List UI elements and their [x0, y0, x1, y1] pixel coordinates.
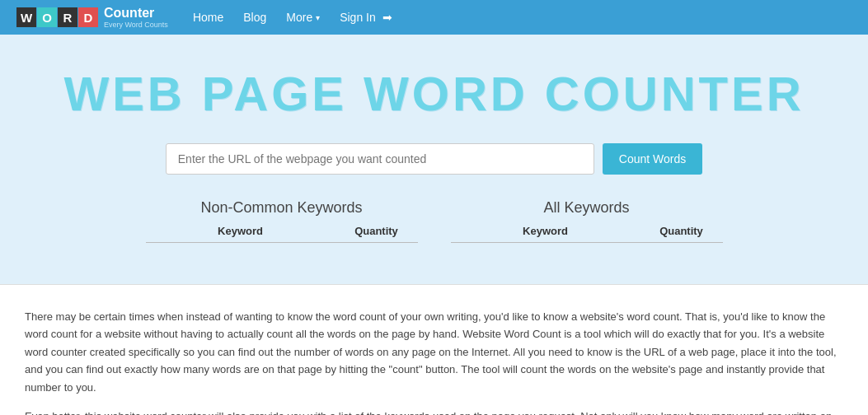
table-divider — [418, 199, 451, 243]
nav-blog[interactable]: Blog — [243, 11, 266, 24]
url-input[interactable] — [166, 143, 594, 175]
all-keywords-cols: Keyword Quantity — [451, 225, 723, 243]
non-common-heading: Non-Common Keywords — [146, 199, 418, 217]
all-keywords-col-keyword: Keyword — [451, 225, 640, 237]
logo: W O R D Counter Every Word Counts — [16, 6, 168, 29]
keyword-tables: Non-Common Keywords Keyword Quantity All… — [16, 199, 852, 259]
count-words-button[interactable]: Count Words — [603, 143, 702, 175]
url-bar: Count Words — [16, 143, 852, 175]
logo-letter-r: R — [58, 7, 77, 27]
logo-text: Counter Every Word Counts — [104, 6, 168, 29]
description-para2: Even better, this website word counter w… — [25, 408, 843, 415]
blog-link[interactable]: Blog — [243, 11, 266, 24]
all-keywords-col-quantity: Quantity — [640, 225, 723, 237]
hero-section: WEB PAGE WORD COUNTER Count Words Non-Co… — [0, 35, 868, 284]
home-link[interactable]: Home — [193, 11, 223, 24]
brand-tagline: Every Word Counts — [104, 21, 168, 29]
logo-letter-o: O — [37, 7, 57, 27]
all-keywords-table: All Keywords Keyword Quantity — [451, 199, 723, 243]
more-label: More — [286, 11, 312, 24]
logo-letters: W O R D — [16, 7, 99, 27]
brand-name: Counter — [104, 6, 168, 21]
non-common-col-quantity: Quantity — [335, 225, 418, 237]
logo-letter-w: W — [16, 7, 36, 27]
non-common-cols: Keyword Quantity — [146, 225, 418, 243]
non-common-table: Non-Common Keywords Keyword Quantity — [146, 199, 418, 243]
chevron-down-icon: ▾ — [316, 13, 320, 22]
navbar: W O R D Counter Every Word Counts Home B… — [0, 0, 868, 35]
all-keywords-heading: All Keywords — [451, 199, 723, 217]
logo-letter-d: D — [78, 7, 98, 27]
non-common-col-keyword: Keyword — [146, 225, 335, 237]
nav-more-dropdown[interactable]: More ▾ — [286, 11, 320, 24]
page-title: WEB PAGE WORD COUNTER — [16, 68, 852, 120]
description-section: There may be certain times when instead … — [0, 284, 868, 415]
nav-home[interactable]: Home — [193, 11, 223, 24]
nav-links: Home Blog More ▾ Sign In ➡ — [193, 11, 392, 24]
description-para1: There may be certain times when instead … — [25, 308, 843, 396]
signin-icon: ➡ — [382, 11, 392, 24]
signin-label: Sign In — [340, 11, 376, 24]
nav-signin[interactable]: Sign In ➡ — [340, 11, 392, 24]
signin-link[interactable]: Sign In ➡ — [340, 11, 392, 24]
